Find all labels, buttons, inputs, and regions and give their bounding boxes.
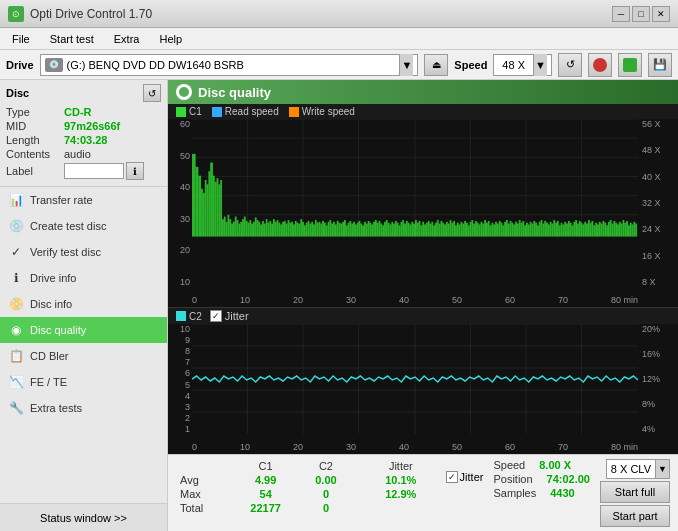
speed-clv-dropdown[interactable]: ▼ — [655, 460, 669, 478]
samples-value: 4430 — [550, 487, 574, 499]
svg-rect-220 — [572, 225, 574, 236]
start-part-button[interactable]: Start part — [600, 505, 670, 527]
status-window-button[interactable]: Status window >> — [0, 503, 167, 531]
options-button[interactable] — [588, 53, 612, 77]
label-info-button[interactable]: ℹ — [126, 162, 144, 180]
drive-select[interactable]: 💿 (G:) BENQ DVD DD DW1640 BSRB ▼ — [40, 54, 419, 76]
app-title: Opti Drive Control 1.70 — [30, 7, 152, 21]
svg-rect-80 — [317, 223, 319, 237]
chart-top: 60 50 40 30 20 10 56 X 48 X 40 X 32 X 24… — [168, 119, 678, 308]
svg-rect-183 — [504, 222, 506, 237]
svg-rect-29 — [224, 217, 226, 237]
quality-icon — [176, 84, 192, 100]
svg-rect-89 — [333, 222, 335, 237]
svg-rect-102 — [357, 223, 359, 237]
refresh-button[interactable]: ↺ — [558, 53, 582, 77]
svg-rect-163 — [468, 225, 470, 236]
svg-rect-55 — [271, 224, 273, 237]
nav-drive-info[interactable]: ℹ Drive info — [0, 265, 167, 291]
speed-label: Speed — [454, 59, 487, 71]
svg-rect-249 — [624, 223, 626, 237]
speed-select[interactable]: 48 X ▼ — [493, 54, 552, 76]
svg-rect-85 — [326, 225, 328, 236]
svg-rect-17 — [201, 189, 203, 237]
svg-rect-121 — [391, 222, 393, 237]
svg-rect-196 — [528, 224, 530, 236]
nav-create-test[interactable]: 💿 Create test disc — [0, 213, 167, 239]
svg-rect-201 — [537, 225, 539, 236]
svg-rect-93 — [340, 224, 342, 237]
svg-rect-21 — [208, 171, 210, 236]
c2-legend-row: C2 ✓ Jitter — [168, 308, 678, 324]
nav-disc-quality[interactable]: ◉ Disc quality — [0, 317, 167, 343]
svg-rect-38 — [240, 222, 242, 237]
info-button[interactable] — [618, 53, 642, 77]
nav-transfer-rate-label: Transfer rate — [30, 194, 93, 206]
svg-rect-245 — [617, 224, 619, 236]
nav-verify-test-label: Verify test disc — [30, 246, 101, 258]
nav-extra-tests[interactable]: 🔧 Extra tests — [0, 395, 167, 421]
nav-disc-info[interactable]: 📀 Disc info — [0, 291, 167, 317]
svg-rect-167 — [475, 221, 477, 237]
svg-rect-110 — [371, 224, 373, 236]
menu-bar: File Start test Extra Help — [0, 28, 678, 50]
svg-rect-45 — [253, 222, 255, 237]
svg-rect-243 — [613, 221, 615, 237]
svg-rect-56 — [273, 219, 275, 236]
quality-title: Disc quality — [198, 85, 271, 100]
speed-info-value: 8.00 X — [539, 459, 571, 471]
disc-label-input[interactable] — [64, 163, 124, 179]
close-button[interactable]: ✕ — [652, 6, 670, 22]
svg-rect-65 — [289, 223, 291, 237]
svg-rect-225 — [581, 223, 583, 237]
minimize-button[interactable]: ─ — [612, 6, 630, 22]
svg-rect-221 — [573, 222, 575, 237]
speed-dropdown-arrow[interactable]: ▼ — [533, 54, 547, 76]
jitter-checkbox[interactable]: ✓ — [210, 310, 222, 322]
length-value: 74:03.28 — [64, 134, 107, 146]
menu-file[interactable]: File — [4, 31, 38, 47]
svg-rect-184 — [506, 220, 508, 237]
menu-extra[interactable]: Extra — [106, 31, 148, 47]
drive-bar: Drive 💿 (G:) BENQ DVD DD DW1640 BSRB ▼ ⏏… — [0, 50, 678, 80]
menu-start-test[interactable]: Start test — [42, 31, 102, 47]
svg-rect-233 — [595, 223, 597, 237]
drive-info-icon: ℹ — [8, 270, 24, 286]
stats-table: C1 C2 Jitter Avg 4.99 0.00 10.1% Max — [176, 459, 436, 527]
max-c1: 54 — [231, 487, 299, 501]
svg-rect-185 — [508, 224, 510, 237]
svg-rect-115 — [380, 224, 382, 237]
svg-rect-109 — [369, 223, 371, 237]
svg-rect-134 — [415, 220, 417, 237]
nav-fe-te[interactable]: 📉 FE / TE — [0, 369, 167, 395]
svg-rect-119 — [388, 223, 390, 237]
avg-jitter: 10.1% — [366, 473, 436, 487]
svg-rect-255 — [635, 224, 637, 237]
svg-rect-202 — [539, 222, 541, 237]
drive-dropdown-arrow[interactable]: ▼ — [399, 54, 413, 76]
save-button[interactable]: 💾 — [648, 53, 672, 77]
nav-transfer-rate[interactable]: 📊 Transfer rate — [0, 187, 167, 213]
svg-rect-127 — [402, 220, 404, 237]
svg-rect-146 — [437, 220, 439, 237]
nav-cd-bler[interactable]: 📋 CD Bler — [0, 343, 167, 369]
svg-rect-100 — [353, 222, 355, 237]
svg-rect-98 — [349, 221, 351, 237]
nav-verify-test[interactable]: ✓ Verify test disc — [0, 239, 167, 265]
svg-rect-111 — [373, 222, 375, 237]
eject-button[interactable]: ⏏ — [424, 54, 448, 76]
svg-rect-129 — [406, 221, 408, 237]
svg-rect-60 — [280, 224, 282, 236]
total-jitter — [366, 501, 436, 515]
disc-refresh-button[interactable]: ↺ — [143, 84, 161, 102]
svg-rect-113 — [377, 223, 379, 237]
start-full-button[interactable]: Start full — [600, 481, 670, 503]
stats-jitter-checkbox[interactable]: ✓ — [446, 471, 458, 483]
menu-help[interactable]: Help — [151, 31, 190, 47]
svg-rect-68 — [295, 221, 297, 237]
speed-clv-select[interactable]: 8 X CLV ▼ — [606, 459, 670, 479]
chart-legend: C1 Read speed Write speed — [168, 104, 678, 119]
mid-label: MID — [6, 120, 64, 132]
svg-rect-173 — [486, 223, 488, 237]
maximize-button[interactable]: □ — [632, 6, 650, 22]
